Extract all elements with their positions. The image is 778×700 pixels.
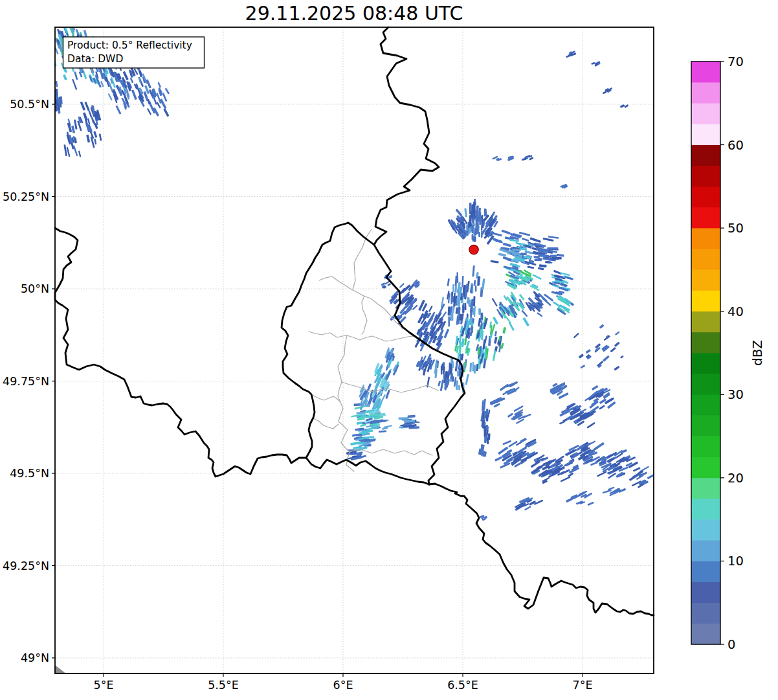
colorbar-tick-label: 70 <box>728 54 744 69</box>
y-tick-label: 50.5°N <box>10 98 49 111</box>
colorbar-tick-label: 40 <box>728 304 744 319</box>
colorbar-band <box>691 144 720 166</box>
colorbar-tick-label: 60 <box>728 138 744 153</box>
x-tick-label: 5°E <box>94 679 114 692</box>
colorbar-band <box>691 499 720 520</box>
colorbar-band <box>691 290 720 311</box>
colorbar-band <box>691 561 720 582</box>
x-tick-label: 6.5°E <box>447 679 478 692</box>
colorbar-band <box>691 519 720 541</box>
colorbar-band <box>691 457 720 478</box>
x-tick-label: 5.5°E <box>208 679 239 692</box>
colorbar-band <box>691 394 720 416</box>
y-tick-label: 50.25°N <box>3 190 49 203</box>
colorbar-band <box>691 353 720 374</box>
annotation-data-line: Data: DWD <box>67 53 123 65</box>
radar-map-canvas: 5°E5.5°E6°E6.5°E7°E49°N49.25°N49.5°N49.7… <box>0 0 778 700</box>
colorbar-band <box>691 186 720 208</box>
y-tick-label: 50°N <box>21 282 49 295</box>
colorbar-band <box>691 581 720 603</box>
colorbar-band <box>691 124 720 145</box>
radar-figure: 5°E5.5°E6°E6.5°E7°E49°N49.25°N49.5°N49.7… <box>0 0 778 700</box>
colorbar-axis-label: dBZ <box>750 340 765 366</box>
colorbar-tick-label: 50 <box>728 221 744 236</box>
colorbar-tick-label: 0 <box>728 637 735 652</box>
colorbar-band <box>691 165 720 186</box>
colorbar-band <box>691 311 720 332</box>
product-annotation-box: Product: 0.5° Reflectivity Data: DWD <box>63 37 205 68</box>
colorbar-tick-label: 10 <box>728 554 744 569</box>
colorbar-band <box>691 602 720 624</box>
colorbar <box>691 62 720 645</box>
colorbar-band <box>691 103 720 124</box>
colorbar-band <box>691 82 720 104</box>
colorbar-band <box>691 478 720 499</box>
colorbar-tick-label: 20 <box>728 471 744 486</box>
colorbar-band <box>691 207 720 229</box>
colorbar-band <box>691 228 720 249</box>
colorbar-band <box>691 540 720 561</box>
y-tick-label: 49.25°N <box>3 559 49 572</box>
y-tick-label: 49.5°N <box>10 467 49 480</box>
colorbar-band <box>691 415 720 436</box>
annotation-product-line: Product: 0.5° Reflectivity <box>67 40 192 51</box>
colorbar-band <box>691 249 720 270</box>
x-tick-label: 7°E <box>573 679 593 692</box>
plot-title: 29.11.2025 08:48 UTC <box>245 2 463 25</box>
colorbar-band <box>691 62 720 83</box>
x-tick-label: 6°E <box>333 679 353 692</box>
colorbar-band <box>691 624 720 645</box>
colorbar-band <box>691 374 720 395</box>
colorbar-band <box>691 332 720 354</box>
radar-site-marker <box>469 245 478 254</box>
y-tick-label: 49°N <box>21 651 49 664</box>
colorbar-band <box>691 269 720 291</box>
colorbar-tick-label: 30 <box>728 387 744 402</box>
y-tick-label: 49.75°N <box>3 375 49 388</box>
colorbar-band <box>691 436 720 457</box>
